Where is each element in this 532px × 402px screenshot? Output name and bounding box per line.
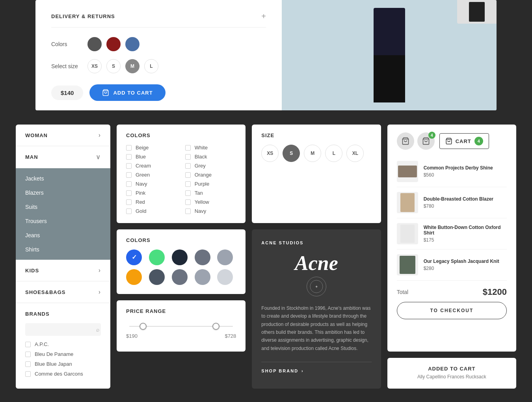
nav-shoes-title[interactable]: SHOES&BAGS › xyxy=(25,288,101,296)
color-pink[interactable]: Pink xyxy=(126,190,177,196)
swatch-white[interactable] xyxy=(217,269,233,285)
colors-grid: Beige White Blue Black Cream Grey Green … xyxy=(126,145,236,214)
swatch-mid-grey[interactable] xyxy=(195,249,210,265)
delivery-expand-icon[interactable]: + xyxy=(261,12,266,21)
shop-brand-label: SHOP BRAND xyxy=(261,368,298,373)
swatch-dark[interactable] xyxy=(172,249,188,265)
color-black[interactable]: Black xyxy=(185,154,236,160)
size-panel: SIZE XS S M L XL xyxy=(252,125,381,223)
size-s[interactable]: S xyxy=(283,145,300,162)
color-swatches-panel: COLORS ✓ xyxy=(117,229,246,294)
nav-woman-section[interactable]: WOMAN › xyxy=(16,125,110,146)
pants-thumb xyxy=(469,2,485,22)
swatch-grey2[interactable] xyxy=(172,269,188,285)
acne-emblem: ✦ xyxy=(307,277,326,296)
color-beige[interactable]: Beige xyxy=(126,145,177,151)
price-slider[interactable]: $190 $728 xyxy=(126,322,236,343)
color-swatch-burgundy[interactable] xyxy=(106,37,121,51)
nav-kids-section[interactable]: KIDS › xyxy=(16,260,110,281)
color-red[interactable]: Red xyxy=(126,199,177,205)
size-s[interactable]: S xyxy=(106,59,121,73)
color-swatch-grey[interactable] xyxy=(87,37,102,51)
nav-item-jeans[interactable]: Jeans xyxy=(16,228,110,242)
size-xs[interactable]: XS xyxy=(87,59,102,73)
cart-label-box[interactable]: CART 4 xyxy=(439,133,489,149)
price-thumb-max[interactable] xyxy=(212,323,219,330)
brand-item-apc[interactable]: A.P.C. xyxy=(25,341,101,347)
brand-checkbox-blue[interactable] xyxy=(25,361,31,367)
size-panel-title: SIZE xyxy=(261,132,371,138)
color-swatches-title: COLORS xyxy=(126,237,236,243)
nav-shoes-section[interactable]: SHOES&BAGS › xyxy=(16,281,110,303)
brand-checkbox-comme[interactable] xyxy=(25,371,31,377)
size-l[interactable]: L xyxy=(144,59,158,73)
checkout-button[interactable]: TO CHECKOUT xyxy=(397,302,507,319)
color-grey[interactable]: Grey xyxy=(185,163,236,169)
nav-item-jackets[interactable]: Jackets xyxy=(16,171,110,186)
size-xs[interactable]: XS xyxy=(261,145,279,162)
nav-man-title[interactable]: MAN ∨ xyxy=(25,153,101,161)
colors-list-panel: COLORS Beige White Blue Black Cream Grey… xyxy=(117,125,246,223)
cart-item-price-shirt: $175 xyxy=(424,237,507,243)
brand-search[interactable]: ⌕ xyxy=(25,323,101,336)
chevron-right-icon: › xyxy=(99,132,101,139)
color-white[interactable]: White xyxy=(185,145,236,151)
nav-kids-title[interactable]: KIDS › xyxy=(25,267,101,274)
product-image xyxy=(282,0,497,110)
nav-item-blazers[interactable]: Blazers xyxy=(16,186,110,200)
swatch-light-grey[interactable] xyxy=(217,249,233,265)
color-navy[interactable]: Navy xyxy=(126,181,177,187)
price-fill xyxy=(140,326,212,327)
brand-checkbox-apc[interactable] xyxy=(25,342,31,347)
swatch-orange[interactable] xyxy=(126,269,142,285)
color-orange[interactable]: Orange xyxy=(185,172,236,178)
price-thumb-min[interactable] xyxy=(140,323,147,330)
swatch-blue[interactable]: ✓ xyxy=(126,249,142,265)
add-to-cart-button[interactable]: ADD TO CART xyxy=(89,84,165,101)
cart-badge-button[interactable]: 4 xyxy=(417,132,435,150)
brand-checkbox-bleu[interactable] xyxy=(25,352,31,357)
cart-item-price-shoes: $560 xyxy=(424,172,507,178)
brand-item-comme[interactable]: Comme des Garcons xyxy=(25,371,101,377)
added-to-cart-panel: ADDED TO CART Ally Capellino Frances Ruc… xyxy=(387,358,516,389)
price-max: $728 xyxy=(225,333,236,339)
swatch-green[interactable] xyxy=(149,249,165,265)
brand-item-bleu[interactable]: Bleu De Paname xyxy=(25,351,101,357)
brand-item-blue[interactable]: Blue Blue Japan xyxy=(25,361,101,367)
nav-woman-title[interactable]: WOMAN › xyxy=(25,132,101,139)
color-yellow[interactable]: Yellow xyxy=(185,199,236,205)
cart-item-shoes: Common Projects Derby Shine $560 xyxy=(397,156,507,187)
shoe-image xyxy=(398,166,417,177)
size-m[interactable]: M xyxy=(304,145,321,162)
shop-brand-link[interactable]: SHOP BRAND › xyxy=(261,362,371,373)
color-navy2[interactable]: Navy xyxy=(185,208,236,214)
swatch-dark-grey[interactable] xyxy=(149,269,165,285)
cart-panel: 4 CART 4 Common Projects Derby Shine $56… xyxy=(387,125,516,352)
size-m[interactable]: M xyxy=(125,59,140,73)
color-swatch-blue[interactable] xyxy=(125,37,140,51)
product-thumbnail xyxy=(457,0,497,24)
nav-item-suits[interactable]: Suits xyxy=(16,200,110,214)
nav-item-shirts[interactable]: Shirts xyxy=(16,242,110,257)
swatch-silver[interactable] xyxy=(195,269,210,285)
color-tan[interactable]: Tan xyxy=(185,190,236,196)
cart-icon-button[interactable] xyxy=(397,132,414,150)
price-range-panel: PRICE RANGE $190 $728 xyxy=(117,300,246,352)
color-gold[interactable]: Gold xyxy=(126,208,177,214)
acne-title: ACNE STUDIOS xyxy=(261,240,371,245)
nav-item-trousers[interactable]: Trousers xyxy=(16,214,110,228)
nav-man-section[interactable]: MAN ∨ xyxy=(16,146,110,168)
color-purple[interactable]: Purple xyxy=(185,181,236,187)
cart-thumb-knit xyxy=(397,254,418,275)
brand-search-input[interactable] xyxy=(30,327,96,333)
brands-title: BRANDS xyxy=(25,311,101,317)
acne-panel: ACNE STUDIOS Acne ✦ Founded in Stockholm… xyxy=(252,229,381,389)
size-xl[interactable]: XL xyxy=(346,145,364,162)
color-green[interactable]: Green xyxy=(126,172,177,178)
color-cream[interactable]: Cream xyxy=(126,163,177,169)
color-blue[interactable]: Blue xyxy=(126,154,177,160)
size-l[interactable]: L xyxy=(325,145,342,162)
check-icon: ✓ xyxy=(132,253,137,261)
chevron-down-icon: ∨ xyxy=(96,153,101,161)
cart-badge-count: 4 xyxy=(428,132,435,139)
